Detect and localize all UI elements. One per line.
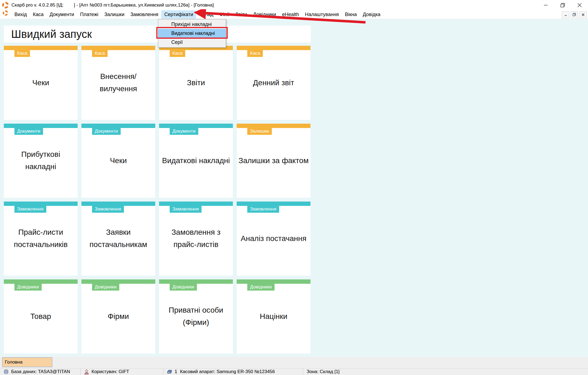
tile-Заявки постачальникам[interactable]: ЗамовленняЗаявки постачальникам bbox=[81, 202, 155, 276]
statusbar: База даних: TASA3@TITAN Користувач: GIFT… bbox=[0, 368, 588, 375]
quick-launch-header: Швидкий запуск bbox=[4, 26, 311, 42]
app-window: Скарб pro v. 4.0.2.85 [ІД: ] - [Апт №003… bbox=[0, 0, 588, 375]
titlebar: Скарб pro v. 4.0.2.85 [ІД: ] - [Апт №003… bbox=[0, 0, 588, 10]
dropdown-item-Серії[interactable]: Серії bbox=[158, 38, 226, 47]
tile-label: Прайс-листи постачальників bbox=[4, 202, 78, 276]
tile-label: Товар bbox=[4, 279, 78, 353]
tabbar: Головна bbox=[0, 357, 588, 368]
tile-Приватні особи (Фірми)[interactable]: ДовідникиПриватні особи (Фірми) bbox=[159, 279, 233, 353]
menu-item-Звіти[interactable]: Звіти bbox=[233, 10, 250, 19]
tile-label: Звіти bbox=[159, 46, 233, 120]
tile-Звіти[interactable]: КасаЗвіти bbox=[159, 46, 233, 120]
tile-label: Заявки постачальникам bbox=[81, 202, 155, 276]
cash-register-icon bbox=[167, 369, 172, 374]
tile-label: Денний звіт bbox=[237, 46, 310, 120]
window-title: Скарб pro v. 4.0.2.85 [ІД: ] - [Апт №003… bbox=[11, 2, 214, 8]
certificates-dropdown-menu: Прихідні накладніВидаткові накладніСерії bbox=[158, 19, 226, 48]
menu-item-Залишки[interactable]: Залишки bbox=[101, 10, 127, 19]
tile-Прайс-листи постачальників[interactable]: ЗамовленняПрайс-листи постачальників bbox=[4, 202, 78, 276]
menu-item-Філії[interactable]: Філії bbox=[216, 10, 232, 19]
tile-label: Націнки bbox=[237, 279, 310, 353]
menu-item-Вікна[interactable]: Вікна bbox=[342, 10, 360, 19]
status-cash-register: Касовий апарат: Samsung ER-350 №123456 bbox=[176, 368, 303, 375]
tile-Чеки[interactable]: ДокументиЧеки bbox=[81, 124, 155, 198]
quick-launch-grid: КасаЧекиКасаВнесення/вилученняКасаЗвітиК… bbox=[4, 46, 311, 353]
tab-holovna[interactable]: Головна bbox=[2, 357, 52, 367]
tile-label: Чеки bbox=[4, 46, 78, 120]
tile-Чеки[interactable]: КасаЧеки bbox=[4, 46, 78, 120]
menu-item-Вихід[interactable]: Вихід bbox=[11, 10, 30, 19]
page-title: Швидкий запуск bbox=[11, 28, 92, 40]
dropdown-item-Видаткові накладні[interactable]: Видаткові накладні bbox=[158, 29, 226, 38]
tile-Замовлення з прайс-листів[interactable]: ЗамовленняЗамовлення з прайс-листів bbox=[159, 202, 233, 276]
mdi-close-button[interactable] bbox=[579, 11, 587, 18]
menu-item-Каса[interactable]: Каса bbox=[30, 10, 47, 19]
menu-item-Платежі[interactable]: Платежі bbox=[77, 10, 101, 19]
mdi-window-controls bbox=[562, 10, 587, 19]
menu-item-Документи[interactable]: Документи bbox=[47, 10, 77, 19]
menubar: ВихідКасаДокументиПлатежіЗалишкиЗамовлен… bbox=[0, 10, 588, 19]
tile-label: Фірми bbox=[81, 279, 155, 353]
menu-item-Довідники[interactable]: Довідники bbox=[250, 10, 279, 19]
menu-item-Склад[interactable]: Склад bbox=[196, 10, 216, 19]
tile-label: Видаткові накладні bbox=[159, 124, 233, 198]
tile-label: Аналіз постачання bbox=[237, 202, 310, 276]
menu-item-Сертифікати[interactable]: Сертифікати bbox=[161, 10, 196, 19]
mdi-restore-button[interactable] bbox=[571, 11, 578, 18]
mdi-minimize-button[interactable] bbox=[562, 11, 569, 18]
menu-item-Замовлення[interactable]: Замовлення bbox=[127, 10, 162, 19]
tile-Залишки за фактом[interactable]: ЗалишкиЗалишки за фактом bbox=[237, 124, 310, 198]
menu-item-Налаштування[interactable]: Налаштування bbox=[302, 10, 342, 19]
tile-label: Замовлення з прайс-листів bbox=[159, 202, 233, 276]
tile-label: Внесення/вилучення bbox=[81, 46, 155, 120]
main-content: Швидкий запуск КасаЧекиКасаВнесення/вилу… bbox=[0, 19, 588, 357]
tile-Внесення/вилучення[interactable]: КасаВнесення/вилучення bbox=[81, 46, 155, 120]
tile-Аналіз постачання[interactable]: ЗамовленняАналіз постачання bbox=[237, 202, 310, 276]
tile-Товар[interactable]: ДовідникиТовар bbox=[4, 279, 78, 353]
menu-logo-icon bbox=[3, 10, 8, 16]
user-icon bbox=[84, 369, 89, 374]
restore-button[interactable] bbox=[554, 0, 571, 10]
minimize-button[interactable] bbox=[537, 0, 554, 10]
tile-Видаткові накладні[interactable]: ДокументиВидаткові накладні bbox=[159, 124, 233, 198]
tile-Націнки[interactable]: ДовідникиНацінки bbox=[237, 279, 310, 353]
tile-Прибуткові накладні[interactable]: ДокументиПрибуткові накладні bbox=[4, 124, 78, 198]
tile-label: Приватні особи (Фірми) bbox=[159, 279, 233, 353]
app-logo-icon bbox=[2, 2, 9, 8]
tile-label: Чеки bbox=[81, 124, 155, 198]
menu-items: ВихідКасаДокументиПлатежіЗалишкиЗамовлен… bbox=[11, 10, 383, 19]
menu-item-eHealth[interactable]: eHealth bbox=[279, 10, 302, 19]
status-user: Користувач: GIFT bbox=[81, 368, 163, 375]
close-button[interactable] bbox=[571, 0, 588, 10]
status-register-count: 1 bbox=[163, 368, 176, 375]
menu-item-Довідка[interactable]: Довідка bbox=[360, 10, 383, 19]
status-zone: Зона: Склад [1] bbox=[303, 368, 588, 375]
dropdown-item-Прихідні накладні[interactable]: Прихідні накладні bbox=[158, 20, 226, 29]
tile-Фірми[interactable]: ДовідникиФірми bbox=[81, 279, 155, 353]
status-database: База даних: TASA3@TITAN bbox=[0, 368, 81, 375]
tile-label: Прибуткові накладні bbox=[4, 124, 78, 198]
tile-label: Залишки за фактом bbox=[237, 124, 310, 198]
tile-Денний звіт[interactable]: КасаДенний звіт bbox=[237, 46, 310, 120]
database-icon bbox=[4, 369, 9, 374]
